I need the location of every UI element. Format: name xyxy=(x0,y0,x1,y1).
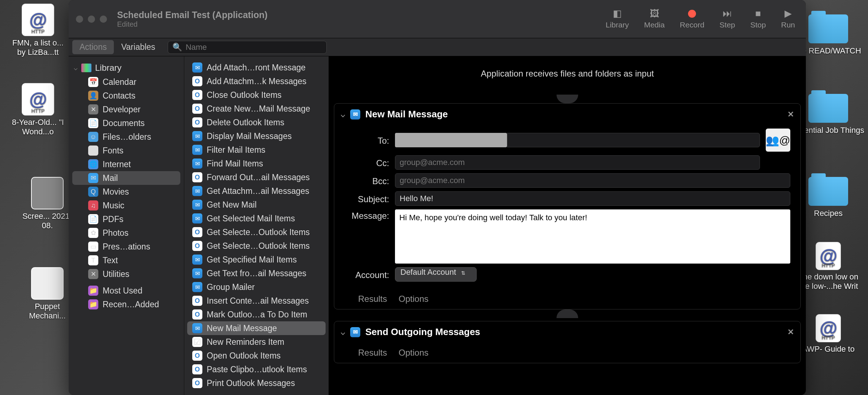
contacts-picker-button[interactable]: 👥@ xyxy=(766,129,790,152)
library-item-contacts[interactable]: 👤Contacts xyxy=(72,89,180,103)
library-item-internet[interactable]: 🌐Internet xyxy=(72,157,180,171)
action-item[interactable]: ✉Get New Mail xyxy=(187,198,326,212)
options-button[interactable]: Options xyxy=(399,348,429,358)
to-input[interactable] xyxy=(507,133,760,147)
image-thumb-icon xyxy=(31,267,64,300)
category-icon: 📄 xyxy=(88,118,98,128)
library-item-text[interactable]: TText xyxy=(72,253,180,267)
action-item[interactable]: OClose Outlook Items xyxy=(187,88,326,102)
action-card-new-mail: ⌵ ✉ New Mail Message ✕ To: xyxy=(334,103,801,309)
action-item[interactable]: OMark Outloo…a To Do Item xyxy=(187,308,326,321)
account-select[interactable]: Default Account ⇅ xyxy=(395,267,477,282)
action-item[interactable]: ✉Get Specified Mail Items xyxy=(187,253,326,266)
toolbar-record-button[interactable]: Record xyxy=(680,9,704,29)
desktop-file-puppet[interactable]: Puppet Mechani... xyxy=(20,267,74,321)
library-item-calendar[interactable]: 📅Calendar xyxy=(72,75,180,89)
action-item[interactable]: ODelete Outlook Items xyxy=(187,116,326,129)
chevron-down-icon[interactable]: ⌵ xyxy=(341,110,345,119)
category-icon: ▭ xyxy=(88,242,98,252)
action-card-header[interactable]: ⌵ ✉ Send Outgoing Messages ✕ xyxy=(334,321,800,343)
action-item-label: Close Outlook Items xyxy=(207,90,282,100)
library-item-label: Most Used xyxy=(103,286,142,296)
desktop-file-8year[interactable]: @ 8-Year-Old... "I Wond...o xyxy=(11,83,65,136)
action-item[interactable]: OPaste Clipbo…utlook Items xyxy=(187,363,326,376)
library-item-developer[interactable]: ✕Developer xyxy=(72,103,180,116)
action-item-label: Find Mail Items xyxy=(207,159,263,169)
results-button[interactable]: Results xyxy=(358,348,387,358)
library-header[interactable]: ⌵ Library xyxy=(69,61,184,75)
desktop-file-fmn[interactable]: @ FMN, a list o... by LizBa...tt xyxy=(11,4,65,57)
library-item-photos[interactable]: ✿Photos xyxy=(72,226,180,240)
workflow-panel[interactable]: Application receives files and folders a… xyxy=(329,56,806,395)
library-item-filesolders[interactable]: ☺Files…olders xyxy=(72,130,180,144)
library-item-utilities[interactable]: ✕Utilities xyxy=(72,267,180,281)
mail-app-icon: ✉ xyxy=(192,323,202,333)
library-item-label: Photos xyxy=(103,228,129,238)
options-button[interactable]: Options xyxy=(399,294,429,304)
action-card-header[interactable]: ⌵ ✉ New Mail Message ✕ xyxy=(334,104,800,125)
action-item[interactable]: OGet Selecte…Outlook Items xyxy=(187,239,326,253)
action-item[interactable]: ✉Get Selected Mail Items xyxy=(187,212,326,225)
bcc-input[interactable] xyxy=(395,173,790,188)
action-item[interactable]: OAdd Attachm…k Messages xyxy=(187,74,326,88)
action-item[interactable]: ✉Filter Mail Items xyxy=(187,143,326,157)
action-item[interactable]: ✉Group Mailer xyxy=(187,280,326,294)
toolbar-library-button[interactable]: ◧ Library xyxy=(606,9,629,29)
action-item[interactable]: OInsert Conte…ail Messages xyxy=(187,294,326,308)
close-icon[interactable]: ✕ xyxy=(787,327,794,337)
action-item[interactable]: ✉Find Mail Items xyxy=(187,157,326,170)
desktop-file-screenshot[interactable]: Scree... 2021-08. xyxy=(20,177,74,230)
library-item-movies[interactable]: QMovies xyxy=(72,185,180,199)
toolbar-stop-button[interactable]: ■ Stop xyxy=(750,9,766,29)
action-item[interactable]: ✉Get Text fro…ail Messages xyxy=(187,266,326,280)
outlook-app-icon: O xyxy=(192,76,202,86)
library-item-music[interactable]: ♫Music xyxy=(72,199,180,212)
record-icon xyxy=(686,9,698,18)
maximize-window-button[interactable] xyxy=(100,16,107,23)
close-icon[interactable]: ✕ xyxy=(787,110,794,119)
smart-folder-mostused[interactable]: 📁Most Used xyxy=(72,284,180,298)
library-item-mail[interactable]: ✉Mail xyxy=(72,171,180,185)
mail-app-icon: ✉ xyxy=(192,131,202,141)
action-item[interactable]: OCreate New…Mail Message xyxy=(187,102,326,116)
mail-app-icon: ✉ xyxy=(192,255,202,265)
titlebar[interactable]: Scheduled Email Test (Application) Edite… xyxy=(69,0,806,38)
action-item[interactable]: ✉Display Mail Messages xyxy=(187,129,326,143)
action-item[interactable]: ✉Add Attach…ront Message xyxy=(187,61,326,74)
library-item-label: Music xyxy=(103,201,124,210)
message-textarea[interactable] xyxy=(395,209,790,264)
close-window-button[interactable] xyxy=(76,16,83,23)
action-item[interactable]: OPrint Outlook Messages xyxy=(187,376,326,390)
action-item[interactable]: ✉New Mail Message xyxy=(187,321,326,335)
search-input[interactable]: 🔍 Name xyxy=(168,41,327,54)
toolbar-media-button[interactable]: 🖼 Media xyxy=(644,9,665,29)
library-item-pdfs[interactable]: 📄PDFs xyxy=(72,212,180,226)
toolbar-run-button[interactable]: ▶ Run xyxy=(781,9,795,29)
cc-input[interactable] xyxy=(395,155,760,170)
library-item-presations[interactable]: ▭Pres…ations xyxy=(72,240,180,253)
library-item-documents[interactable]: 📄Documents xyxy=(72,116,180,130)
action-item[interactable]: ✉Get Attachm…ail Messages xyxy=(187,184,326,198)
tab-actions[interactable]: Actions xyxy=(72,40,114,54)
toolbar-step-button[interactable]: ⏭ Step xyxy=(719,9,735,29)
mail-app-icon: ✉ xyxy=(192,62,202,73)
chevron-down-icon[interactable]: ⌵ xyxy=(341,328,345,337)
results-button[interactable]: Results xyxy=(358,294,387,304)
library-item-label: Mail xyxy=(103,173,118,183)
action-footer: Results Options xyxy=(334,289,800,309)
action-item[interactable]: OGet Selecte…Outlook Items xyxy=(187,225,326,239)
minimize-window-button[interactable] xyxy=(88,16,95,23)
action-item-label: Paste Clipbo…utlook Items xyxy=(207,365,307,374)
mail-app-icon: ✉ xyxy=(192,268,202,278)
action-item[interactable]: ☑New Reminders Item xyxy=(187,335,326,349)
smart-folder-recenadded[interactable]: 📁Recen…Added xyxy=(72,298,180,311)
action-item[interactable]: OForward Out…ail Messages xyxy=(187,170,326,184)
mail-app-icon: ✉ xyxy=(192,186,202,196)
subject-input[interactable] xyxy=(395,191,790,206)
to-token[interactable] xyxy=(395,133,507,147)
library-item-fonts[interactable]: AFonts xyxy=(72,144,180,157)
action-item[interactable]: OOpen Outlook Items xyxy=(187,349,326,363)
library-item-label: Documents xyxy=(103,118,145,128)
tab-variables[interactable]: Variables xyxy=(114,40,162,54)
action-item-label: Get Selected Mail Items xyxy=(207,214,295,223)
